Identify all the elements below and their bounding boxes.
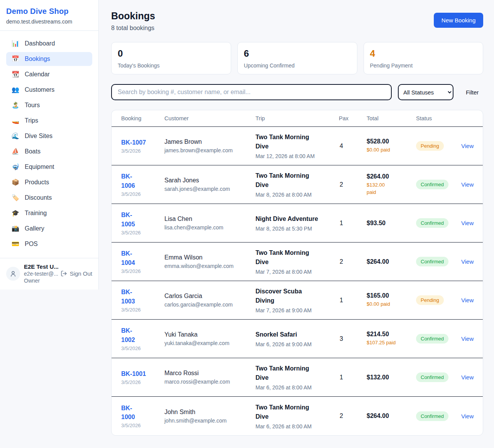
calendar-icon: 📆 (12, 71, 19, 77)
customer-name: Lisa Chen (164, 216, 255, 222)
customer-name: James Brown (164, 138, 255, 145)
booking-id-link[interactable]: BK- 1000 (121, 404, 135, 421)
sidebar-item-label: Gallery (25, 225, 44, 232)
search-input[interactable] (111, 84, 392, 100)
view-link[interactable]: View (461, 413, 474, 419)
table-row: BK- 10003/5/2026John Smithjohn.smith@exa… (112, 397, 483, 435)
view-link[interactable]: View (461, 181, 474, 188)
dive-sites-icon: 🌊 (12, 133, 19, 139)
new-booking-button[interactable]: New Booking (434, 13, 483, 28)
status-cell: Confirmed (416, 257, 461, 266)
trip-name: Two Tank Morning Dive (255, 364, 339, 382)
booking-id-link[interactable]: BK- 1005 (121, 211, 135, 228)
sidebar-item-equipment[interactable]: 🤿Equipment (6, 160, 92, 174)
booking-id-link[interactable]: BK- 1002 (121, 326, 135, 344)
sidebar-item-label: Bookings (25, 56, 50, 62)
customer-cell: John Smithjohn.smith@example.com (164, 409, 255, 424)
sidebar-item-calendar[interactable]: 📆Calendar (6, 67, 92, 81)
status-badge: Confirmed (416, 257, 448, 266)
table-row: BK- 10063/5/2026Sarah Jonessarah.jones@e… (112, 165, 483, 204)
pax-value: 1 (339, 297, 367, 304)
booking-id-link[interactable]: BK-1007 (121, 138, 146, 147)
main-content: Bookings 8 total bookings New Booking 0T… (99, 0, 494, 448)
stat-card-today-s-bookings: 0Today's Bookings (111, 42, 231, 74)
paid-amount: $0.00 paid (367, 147, 416, 154)
sidebar-item-trips[interactable]: 🚤Trips (6, 114, 92, 128)
trip-cell: Snorkel SafariMar 6, 2026 at 9:00 AM (255, 330, 339, 347)
status-filter-select[interactable]: All Statuses (398, 84, 453, 100)
customer-email: marco.rossi@example.com (164, 379, 255, 385)
sidebar-item-tours[interactable]: 🏝️Tours (6, 98, 92, 112)
user-icon (10, 270, 17, 277)
sign-out-icon (61, 270, 67, 277)
trip-datetime: Mar 7, 2026 at 9:00 AM (255, 307, 339, 313)
avatar (6, 267, 20, 281)
paid-amount: $132.00 paid (367, 182, 416, 196)
table-row: BK- 10053/5/2026Lisa Chenlisa.chen@examp… (112, 204, 483, 243)
column-header-status: Status (416, 115, 461, 121)
view-link[interactable]: View (461, 297, 474, 303)
products-icon: 📦 (12, 179, 19, 185)
customer-email: john.smith@example.com (164, 418, 255, 424)
view-link[interactable]: View (461, 335, 474, 342)
sidebar-item-bookings[interactable]: 📅Bookings (6, 52, 92, 66)
user-role: Owner (24, 278, 57, 284)
sidebar-item-label: Dive Sites (25, 133, 52, 140)
user-name: E2E Test U... (24, 263, 57, 270)
customer-cell: Marco Rossimarco.rossi@example.com (164, 370, 255, 385)
table-row: BK- 10043/5/2026Emma Wilsonemma.wilson@e… (112, 243, 483, 281)
stats-row: 0Today's Bookings6Upcoming Confirmed4Pen… (111, 42, 483, 74)
booking-id-link[interactable]: BK- 1003 (121, 288, 135, 305)
sidebar-item-boats[interactable]: ⛵Boats (6, 145, 92, 158)
sidebar-item-label: Customers (25, 86, 54, 93)
view-link[interactable]: View (461, 374, 474, 381)
stat-label: Upcoming Confirmed (244, 62, 351, 69)
sidebar-item-customers[interactable]: 👥Customers (6, 83, 92, 97)
booking-id-link[interactable]: BK- 1006 (121, 172, 135, 190)
customers-icon: 👥 (12, 87, 19, 93)
paid-amount: $107.25 paid (367, 339, 416, 347)
trip-datetime: Mar 12, 2026 at 8:00 AM (255, 153, 339, 159)
sign-out-button[interactable]: Sign Out (61, 270, 92, 277)
sidebar-item-dashboard[interactable]: 📊Dashboard (6, 37, 92, 51)
view-link[interactable]: View (461, 143, 474, 149)
sidebar-item-gallery[interactable]: 📸Gallery (6, 222, 92, 236)
sidebar-item-products[interactable]: 📦Products (6, 175, 92, 189)
pax-value: 2 (339, 258, 367, 265)
stat-value: 0 (118, 48, 225, 59)
pax-value: 3 (339, 335, 367, 342)
booking-date: 3/5/2026 (121, 230, 164, 236)
customer-email: sarah.jones@example.com (164, 186, 255, 192)
status-badge: Pending (416, 295, 444, 305)
status-badge: Confirmed (416, 180, 448, 189)
sidebar-item-discounts[interactable]: 🏷️Discounts (6, 191, 92, 205)
bookings-table: BookingCustomerTripPaxTotalStatus BK-100… (111, 110, 483, 436)
filter-button[interactable]: Filter (461, 86, 483, 99)
column-header-booking: Booking (121, 115, 164, 121)
booking-id-link[interactable]: BK- 1004 (121, 249, 135, 267)
pax-value: 1 (339, 220, 367, 227)
view-link[interactable]: View (461, 220, 474, 226)
sidebar-nav: 📊Dashboard📅Bookings📆Calendar👥Customers🏝️… (0, 31, 98, 255)
trip-name: Two Tank Morning Dive (255, 171, 339, 190)
sidebar-item-training[interactable]: 🎓Training (6, 206, 92, 220)
sidebar-item-label: POS (25, 241, 38, 248)
trip-name: Night Dive Adventure (255, 214, 339, 224)
booking-date: 3/5/2026 (121, 345, 164, 351)
sidebar-item-pos[interactable]: 💳POS (6, 237, 92, 251)
view-link[interactable]: View (461, 258, 474, 265)
customer-name: Sarah Jones (164, 177, 255, 184)
status-cell: Pending (416, 295, 461, 305)
total-cell: $264.00 (367, 413, 416, 419)
total-cell: $93.50 (367, 220, 416, 227)
bookings-icon: 📅 (12, 56, 19, 62)
booking-cell: BK- 10053/5/2026 (121, 211, 164, 235)
booking-id-link[interactable]: BK-1001 (121, 369, 146, 378)
booking-date: 3/5/2026 (121, 423, 164, 428)
paid-amount: $0.00 paid (367, 301, 416, 308)
booking-cell: BK-10013/5/2026 (121, 369, 164, 385)
tours-icon: 🏝️ (12, 102, 19, 108)
trip-name: Two Tank Morning Dive (255, 403, 339, 421)
sidebar-item-label: Equipment (25, 163, 54, 170)
sidebar-item-dive-sites[interactable]: 🌊Dive Sites (6, 129, 92, 143)
